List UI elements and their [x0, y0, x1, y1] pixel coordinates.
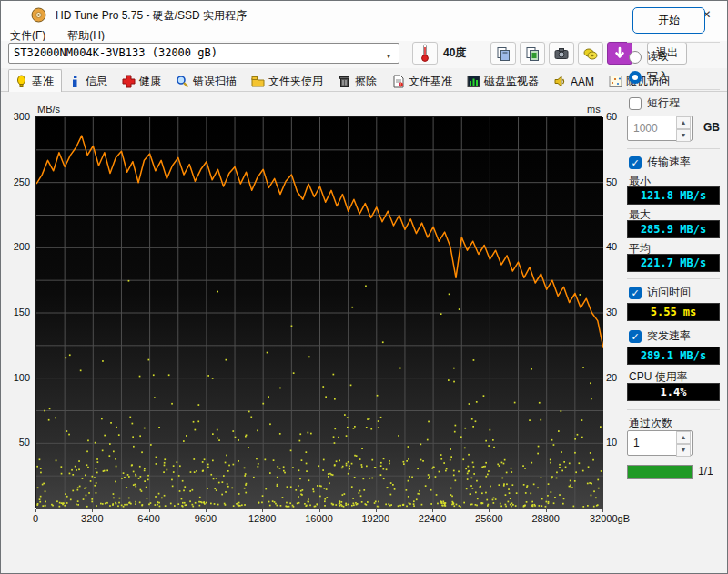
camera-icon — [553, 45, 570, 62]
benchmark-chart — [35, 116, 602, 508]
burst-rate-display: 289.1 MB/s — [627, 347, 720, 365]
start-button[interactable]: 开始 — [632, 7, 705, 34]
x-axis-tick: 25600 — [461, 513, 516, 524]
info-icon — [68, 75, 82, 88]
tab-benchmark[interactable]: 基准 — [8, 69, 62, 92]
gb-unit-label: GB — [703, 121, 720, 134]
progress-bar-fill — [628, 466, 692, 478]
x-axis-tick: 22400 — [405, 513, 460, 524]
drive-select-value: ST32000NM004K-3VB133 (32000 gB) — [14, 46, 217, 59]
x-axis-tick: 19200 — [349, 513, 403, 524]
tab-error-scan[interactable]: 错误扫描 — [169, 70, 245, 92]
checkbox-icon — [629, 97, 642, 110]
x-axis-tickmark — [602, 509, 603, 512]
copy-image-icon — [524, 45, 541, 62]
tab-label: 基准 — [32, 74, 54, 89]
checkbox-icon: ✓ — [629, 156, 642, 169]
x-axis-tickmark — [262, 509, 263, 512]
tab-label: AAM — [571, 76, 594, 88]
x-axis-tickmark — [206, 509, 207, 512]
short-stroke-checkbox[interactable]: 短行程 — [629, 96, 680, 111]
read-mode-radio[interactable]: 读取 — [629, 49, 669, 65]
short-stroke-label: 短行程 — [647, 96, 680, 111]
disk-monitor-icon — [467, 75, 480, 88]
cpu-usage-display: 1.4% — [627, 383, 720, 401]
screenshot-button[interactable] — [549, 42, 574, 65]
separator — [627, 89, 720, 90]
tab-label: 健康 — [139, 74, 161, 89]
save-button[interactable] — [578, 42, 603, 65]
temperature-button[interactable] — [412, 42, 438, 65]
left-axis-unit-label: MB/s — [37, 104, 60, 115]
tab-label: 错误扫描 — [193, 74, 237, 89]
x-axis-tick: 0 — [8, 513, 63, 524]
burst-rate-label: 突发速率 — [647, 328, 691, 344]
x-axis-tick: 28800 — [519, 513, 573, 524]
separator — [627, 148, 720, 149]
temperature-value: 40度 — [443, 45, 466, 61]
y-axis-tick-left: 250 — [3, 176, 30, 187]
pass-count-label: 通过次数 — [629, 416, 672, 431]
erase-icon — [338, 75, 351, 88]
write-mode-radio[interactable]: 写入 — [629, 69, 669, 85]
tab-folder-usage[interactable]: 文件夹使用 — [245, 70, 331, 92]
read-mode-label: 读取 — [647, 49, 669, 65]
tab-disk-monitor[interactable]: 磁盘监视器 — [460, 70, 547, 92]
tab-info[interactable]: 信息 — [62, 70, 116, 92]
x-axis-tick: 9600 — [178, 513, 233, 524]
error-scan-icon — [176, 75, 189, 88]
control-panel: 开始 读取 写入 短行程 1000 ▲▼ GB ✓ 传输速率 最小 121.8 … — [623, 1, 725, 483]
x-axis-tickmark — [489, 509, 490, 512]
tab-aam[interactable]: AAM — [547, 70, 602, 92]
x-axis-tickmark — [35, 509, 36, 512]
y-axis-tick-left: 100 — [3, 372, 30, 383]
copy-image-button[interactable] — [520, 42, 545, 65]
health-icon — [122, 75, 136, 88]
progress-bar — [627, 465, 693, 479]
right-axis-unit-label: ms — [587, 104, 601, 115]
access-time-display: 5.55 ms — [627, 303, 720, 321]
avg-value-display: 221.7 MB/s — [627, 254, 720, 272]
thermometer-icon — [419, 53, 431, 65]
x-axis-tickmark — [546, 509, 547, 512]
short-stroke-stepper[interactable]: ▲▼ — [676, 116, 691, 140]
burst-rate-checkbox[interactable]: ✓ 突发速率 — [629, 328, 691, 344]
separator — [627, 278, 720, 279]
x-axis-tick: 16000 — [292, 513, 347, 524]
file-benchmark-icon: ! — [391, 75, 405, 88]
x-axis-tick: 6400 — [122, 513, 177, 524]
tab-label: 磁盘监视器 — [484, 74, 539, 89]
tab-erase[interactable]: 擦除 — [331, 70, 385, 92]
y-axis-tick-left: 150 — [3, 307, 30, 317]
drive-select[interactable]: ST32000NM004K-3VB133 (32000 gB) ▾ — [8, 43, 399, 64]
title-bar: HD Tune Pro 5.75 - 硬盘/SSD 实用程序 ─ □ ✕ — [1, 1, 727, 28]
x-axis-tickmark — [432, 509, 433, 512]
transfer-rate-checkbox[interactable]: ✓ 传输速率 — [629, 155, 691, 170]
x-axis-tickmark — [319, 509, 320, 512]
random-access-icon — [609, 75, 622, 88]
folder-usage-icon — [251, 75, 265, 88]
tab-file-benchmark[interactable]: !文件基准 — [385, 70, 460, 92]
x-axis-tickmark — [376, 509, 377, 512]
tab-label: 信息 — [86, 74, 107, 89]
tab-health[interactable]: 健康 — [116, 70, 169, 92]
progress-label: 1/1 — [698, 465, 713, 478]
radio-icon — [629, 71, 642, 84]
disks-icon — [582, 45, 599, 62]
min-value-display: 121.8 MB/s — [627, 186, 720, 205]
x-axis-tickmark — [149, 509, 150, 512]
x-axis-tickmark — [92, 509, 93, 512]
benchmark-icon — [15, 75, 28, 88]
chevron-down-icon: ▾ — [386, 46, 391, 65]
access-time-label: 访问时间 — [647, 285, 691, 300]
aam-icon — [553, 75, 567, 88]
write-mode-label: 写入 — [647, 69, 669, 85]
y-axis-tick-left: 300 — [3, 111, 30, 122]
access-time-checkbox[interactable]: ✓ 访问时间 — [629, 285, 691, 300]
pass-count-stepper[interactable]: ▲▼ — [676, 431, 691, 455]
app-window: HD Tune Pro 5.75 - 硬盘/SSD 实用程序 ─ □ ✕ 文件(… — [0, 0, 728, 574]
checkbox-icon: ✓ — [629, 287, 642, 299]
copy-text-button[interactable] — [490, 42, 516, 65]
benchmark-tab-page: MB/s ms 30025020015010050605040302010032… — [1, 93, 728, 574]
y-axis-tick-left: 50 — [3, 437, 30, 448]
